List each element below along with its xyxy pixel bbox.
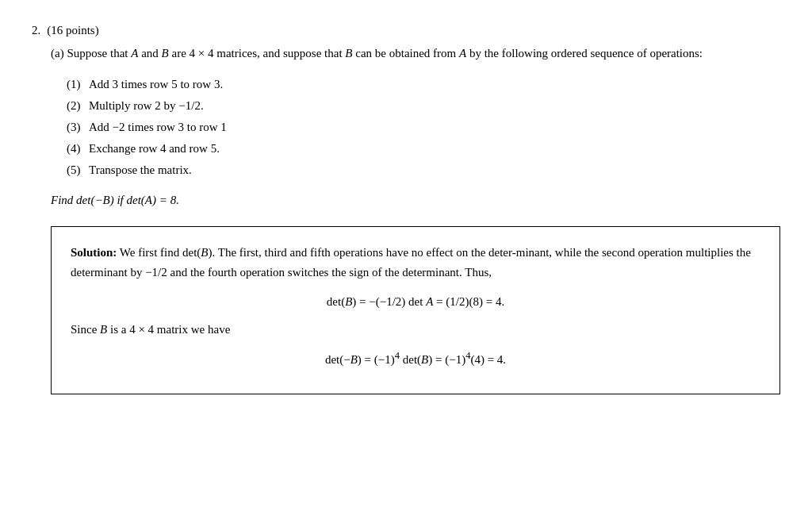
op-num-5: (5) [67, 160, 82, 181]
intro-text: Suppose that A and B are 4 × 4 matrices,… [67, 47, 703, 60]
op-num-4: (4) [67, 138, 82, 160]
solution-text-1: We first find det(B). The first, third a… [71, 246, 751, 279]
op-num-1: (1) [67, 74, 82, 95]
operations-list: (1) Add 3 times row 5 to row 3. (2) Mult… [67, 74, 780, 181]
op-text-3: Add −2 times row 3 to row 1 [89, 117, 227, 138]
list-item: (1) Add 3 times row 5 to row 3. [67, 74, 780, 95]
problem-points: (16 points) [47, 24, 98, 37]
list-item: (3) Add −2 times row 3 to row 1 [67, 117, 780, 138]
find-determinant: Find det(−B) if det(A) = 8. [51, 194, 780, 207]
list-item: (5) Transpose the matrix. [67, 160, 780, 181]
op-num-2: (2) [67, 95, 82, 117]
list-item: (2) Multiply row 2 by −1/2. [67, 95, 780, 117]
problem-header: 2. (16 points) [32, 24, 780, 37]
problem-body: (a) Suppose that A and B are 4 × 4 matri… [51, 44, 780, 394]
op-text-2: Multiply row 2 by −1/2. [89, 95, 204, 117]
op-num-3: (3) [67, 117, 82, 138]
op-text-4: Exchange row 4 and row 5. [89, 138, 220, 160]
solution-box: Solution: We first find det(B). The firs… [51, 226, 780, 394]
formula-2: det(−B) = (−1)4 det(B) = (−1)4(4) = 4. [71, 350, 760, 367]
problem-number: 2. [32, 24, 40, 37]
since-text: Since B is a 4 × 4 matrix we have [71, 320, 760, 340]
formula-1: det(B) = −(−1/2) det A = (1/2)(8) = 4. [71, 295, 760, 309]
solution-paragraph: Solution: We first find det(B). The firs… [71, 243, 760, 283]
part-a-label: (a) [51, 47, 64, 60]
op-text-5: Transpose the matrix. [89, 160, 192, 181]
problem-container: 2. (16 points) (a) Suppose that A and B … [32, 24, 780, 394]
solution-label: Solution: [71, 246, 117, 259]
op-text-1: Add 3 times row 5 to row 3. [89, 74, 223, 95]
part-a-intro: (a) Suppose that A and B are 4 × 4 matri… [51, 44, 780, 63]
list-item: (4) Exchange row 4 and row 5. [67, 138, 780, 160]
